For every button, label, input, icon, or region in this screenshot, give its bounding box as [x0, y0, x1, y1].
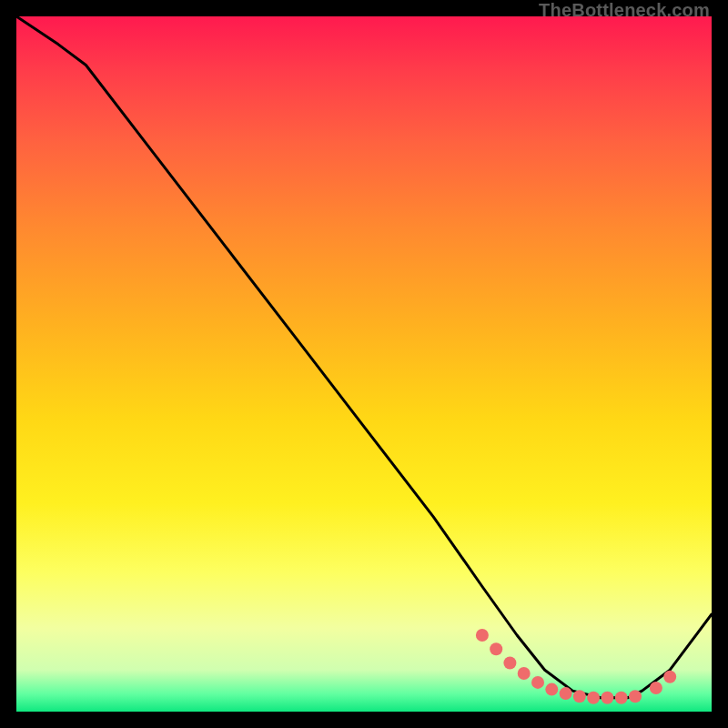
highlight-dots-group [476, 629, 676, 704]
highlight-dot [615, 692, 628, 704]
highlight-dot [503, 657, 516, 670]
highlight-dot [490, 642, 502, 655]
chart-svg [16, 16, 712, 712]
highlight-dot [650, 682, 662, 694]
highlight-dot [601, 692, 613, 704]
highlight-dot [531, 676, 544, 689]
chart-frame: TheBottleneck.com [0, 0, 728, 728]
highlight-dot [476, 629, 489, 642]
highlight-dot [560, 687, 572, 700]
highlight-dot [518, 667, 531, 680]
highlight-dot [663, 671, 676, 683]
highlight-dot [587, 692, 600, 704]
highlight-dot [573, 690, 586, 703]
gradient-plot-area [16, 16, 712, 712]
curve-line [16, 16, 712, 698]
highlight-dot [545, 683, 558, 696]
highlight-dot [629, 690, 642, 703]
